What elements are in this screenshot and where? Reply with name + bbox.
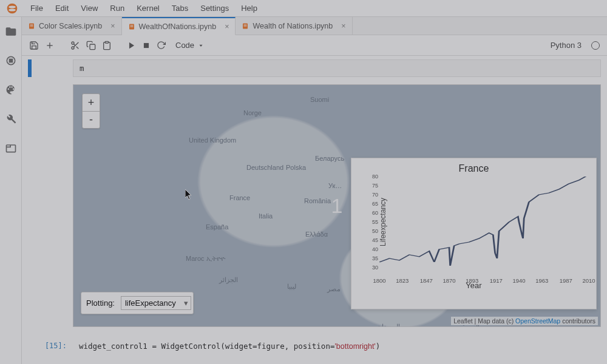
chart-xtick: 1823	[396, 277, 409, 284]
map-country-label: Italia	[259, 212, 273, 220]
code-line[interactable]: widget_control1 = WidgetControl(widget=f…	[73, 338, 601, 354]
map-country-label: ليبيا	[287, 283, 296, 291]
svg-point-1	[8, 5, 16, 8]
notebook-icon	[28, 22, 35, 30]
svg-point-18	[72, 47, 74, 49]
cell-gutter	[28, 59, 32, 77]
code-line[interactable]: m	[73, 59, 601, 77]
menu-settings[interactable]: Settings	[194, 1, 235, 15]
map-attribution: Leaflet | Map data (c) OpenStreetMap con…	[451, 317, 598, 325]
map-country-label: Ελλάδα	[305, 231, 328, 238]
run-icon[interactable]	[127, 41, 136, 50]
map-country-label: Maroc ኢትዮዮ	[186, 255, 225, 263]
zoom-control: + -	[82, 93, 100, 129]
chart-ytick: 50	[372, 228, 378, 234]
chevron-down-icon	[198, 42, 204, 49]
menu-view[interactable]: View	[75, 1, 104, 15]
chart-ytick: 65	[372, 201, 378, 207]
svg-point-2	[8, 8, 16, 11]
svg-marker-26	[200, 44, 203, 46]
plotting-control: Plotting: lifeExpectancy ▾	[81, 292, 194, 314]
map-output[interactable]: SuomiNorgeUnited KingdomDeutschlandБелар…	[73, 84, 601, 327]
chart-ytick: 75	[372, 183, 378, 189]
palette-icon[interactable]	[5, 84, 17, 96]
notebook[interactable]: m SuomiNorgeUnited KingdomDeutschlandБел…	[22, 56, 607, 364]
cell-gutter	[28, 338, 32, 354]
celltype-label: Code	[175, 41, 194, 50]
menu-file[interactable]: File	[24, 1, 49, 15]
chart-xtick: 1870	[443, 277, 455, 284]
restart-icon[interactable]	[157, 41, 166, 50]
tab[interactable]: WealthOfNations.ipynb×	[122, 17, 236, 35]
notebook-icon	[128, 23, 135, 30]
kernel-name[interactable]: Python 3	[551, 41, 582, 50]
tabs-icon[interactable]	[5, 142, 17, 154]
chart-xtick: 1800	[373, 277, 385, 284]
zoom-out-button[interactable]: -	[83, 111, 100, 128]
osm-link[interactable]: OpenStreetMap	[515, 317, 560, 325]
menu-kernel[interactable]: Kernel	[131, 1, 166, 15]
stop-icon[interactable]	[142, 41, 151, 50]
zoom-in-button[interactable]: +	[83, 94, 100, 111]
chart-ytick: 55	[372, 219, 378, 225]
map-country-label: Polska	[286, 164, 306, 171]
chart-line	[379, 177, 589, 268]
top-menu: FileEditViewRunKernelTabsSettingsHelp	[0, 0, 607, 17]
notebook-icon	[242, 22, 249, 30]
map-country-label: Беларусь	[315, 155, 344, 162]
svg-point-0	[7, 3, 18, 13]
chart-ytick: 35	[372, 255, 378, 261]
chart-ytick: 80	[372, 174, 378, 180]
menu-edit[interactable]: Edit	[49, 1, 75, 15]
paste-icon[interactable]	[102, 41, 112, 50]
close-icon[interactable]: ×	[225, 22, 229, 31]
svg-rect-25	[144, 42, 149, 47]
code-cell[interactable]: [15]: widget_control1 = WidgetControl(wi…	[28, 338, 601, 354]
plotting-select[interactable]: lifeExpectancy	[121, 296, 191, 310]
celltype-select[interactable]: Code	[172, 40, 208, 50]
kernel-status-icon	[591, 41, 600, 50]
cell-prompt: [15]:	[34, 338, 73, 354]
code-cell[interactable]: m	[28, 59, 601, 77]
wrench-icon[interactable]	[5, 113, 17, 125]
cut-icon[interactable]	[70, 41, 80, 50]
save-icon[interactable]	[29, 41, 39, 50]
tab[interactable]: Wealth of Nations.ipynb×	[236, 17, 352, 35]
map-country-label: Ук…	[328, 182, 342, 189]
toolbar: Code Python 3	[22, 35, 607, 56]
close-icon[interactable]: ×	[341, 22, 345, 30]
close-icon[interactable]: ×	[110, 22, 115, 30]
tab[interactable]: Color Scales.ipynb×	[22, 17, 122, 35]
chart-xtick: 1987	[560, 277, 572, 284]
folder-icon[interactable]	[5, 25, 17, 38]
svg-rect-14	[244, 25, 247, 26]
chart-ylabel: Lifeexpectancy	[379, 198, 387, 246]
chart-ytick: 30	[372, 265, 378, 271]
copy-icon[interactable]	[86, 41, 96, 50]
chart-ytick: 40	[372, 246, 378, 252]
menu-tabs[interactable]: Tabs	[166, 1, 194, 15]
map-country-label: Norge	[243, 109, 262, 116]
map-country-label: السودان	[377, 323, 400, 327]
chart-ytick: 70	[372, 192, 378, 198]
cell-prompt	[34, 59, 73, 77]
main: Color Scales.ipynb×WealthOfNations.ipynb…	[22, 17, 607, 364]
chart-ytick: 60	[372, 210, 378, 216]
svg-line-21	[73, 44, 75, 46]
svg-rect-8	[30, 25, 33, 26]
chart-xtick: 1940	[512, 277, 525, 284]
left-rail	[0, 17, 22, 364]
map-country-label: Deutschland	[246, 164, 283, 171]
map-country-label: مصر	[327, 285, 341, 293]
running-icon[interactable]	[5, 55, 17, 67]
menu-run[interactable]: Run	[104, 1, 131, 15]
svg-rect-11	[130, 26, 133, 27]
svg-rect-4	[9, 59, 12, 62]
map-country-label: Suomi	[310, 96, 329, 103]
menu-help[interactable]: Help	[235, 1, 263, 15]
add-cell-icon[interactable]	[45, 41, 55, 50]
map-country-label: United Kingdom	[189, 136, 236, 144]
plotting-label: Plotting:	[86, 298, 115, 308]
svg-marker-24	[129, 42, 134, 49]
chart-xtick: 1893	[466, 277, 478, 284]
